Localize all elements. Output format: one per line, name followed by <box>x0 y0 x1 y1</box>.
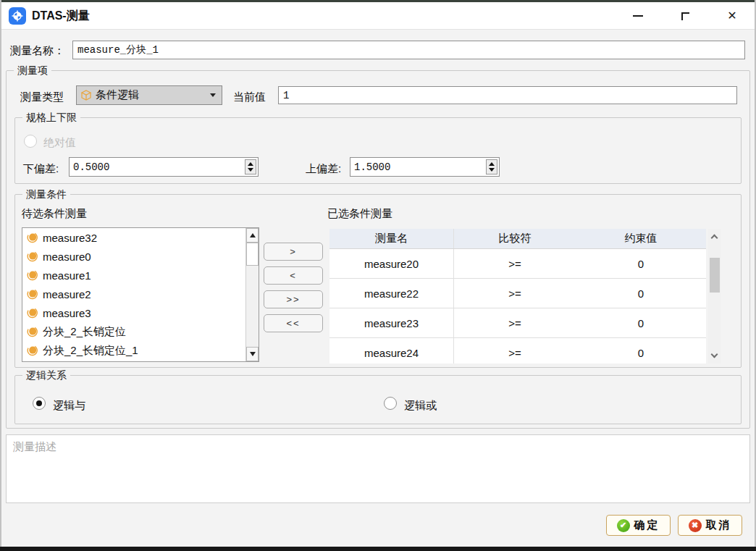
list-item-label: measure3 <box>43 307 91 319</box>
candidate-measure-list: measure32 measure0 measure1 measure2 mea… <box>22 227 259 362</box>
cell-constraint-value: 0 <box>576 279 706 308</box>
table-header-row: 测量名 比较符 约束值 <box>329 229 706 249</box>
cell-constraint-value: 0 <box>576 249 706 278</box>
minimize-button[interactable] <box>625 5 651 27</box>
close-button[interactable]: ✕ <box>719 5 745 27</box>
check-circle-icon: ✔ <box>617 519 630 532</box>
upper-deviation-input[interactable] <box>350 158 484 176</box>
absolute-value-label: 绝对值 <box>43 136 76 150</box>
upper-deviation-spinner[interactable] <box>350 157 500 177</box>
list-item-label: 分块_2_长销定位_1 <box>43 344 138 358</box>
logic-and-radio[interactable] <box>33 397 46 410</box>
cross-circle-icon: ✖ <box>689 519 702 532</box>
lower-deviation-spin-buttons[interactable] <box>245 159 256 174</box>
list-item-label: measure32 <box>43 232 97 244</box>
move-left-button[interactable]: < <box>264 266 323 285</box>
close-icon: ✕ <box>727 10 736 22</box>
cell-comparator: >= <box>454 308 576 337</box>
list-item-label: measure1 <box>43 269 91 282</box>
spin-down-icon <box>489 168 495 172</box>
scroll-down-icon <box>250 352 256 356</box>
measure-type-label: 测量类型 <box>20 91 64 104</box>
list-item-label: measure0 <box>43 251 91 263</box>
spin-up-icon <box>489 162 495 166</box>
cell-constraint-value: 0 <box>576 308 706 337</box>
measure-bullet-icon <box>26 251 38 263</box>
measure-name-input[interactable] <box>72 41 745 59</box>
cancel-button[interactable]: ✖ 取消 <box>678 515 742 536</box>
candidate-list-label: 待选条件测量 <box>22 207 87 221</box>
ok-button[interactable]: ✔ 确定 <box>606 515 671 536</box>
scroll-up-icon <box>711 235 718 242</box>
scroll-down-button[interactable] <box>246 347 259 361</box>
logic-relation-group: 逻辑关系 <box>14 375 742 424</box>
window-border-left <box>0 0 1 551</box>
cell-comparator: >= <box>454 338 576 363</box>
absolute-value-radio <box>24 135 37 148</box>
list-item[interactable]: 分块_2_长销定位_1 <box>22 341 245 360</box>
lower-deviation-label: 下偏差: <box>23 162 59 176</box>
current-value-input[interactable] <box>278 86 737 104</box>
list-item-label: 分块_2_长销定位 <box>43 325 126 339</box>
measure-description-textarea[interactable] <box>6 434 750 503</box>
minimize-icon <box>633 15 643 17</box>
measure-type-select[interactable]: 条件逻辑 <box>76 85 222 105</box>
current-value-label: 当前值 <box>233 91 266 104</box>
maximize-icon <box>681 12 689 20</box>
table-row[interactable]: measure23 >= 0 <box>329 308 706 338</box>
list-item[interactable]: measure0 <box>22 247 245 266</box>
measure-name-label: 测量名称： <box>10 44 64 58</box>
cancel-button-label: 取消 <box>706 518 732 532</box>
list-item[interactable]: measure32 <box>22 228 245 247</box>
list-item[interactable]: measure1 <box>22 266 245 285</box>
scrollbar-thumb[interactable] <box>710 258 720 293</box>
spec-limits-group-title: 规格上下限 <box>22 112 80 125</box>
chevron-down-icon <box>210 93 216 97</box>
list-item[interactable]: measure2 <box>22 285 245 303</box>
logic-or-label: 逻辑或 <box>404 399 437 413</box>
cell-constraint-value: 0 <box>576 338 706 363</box>
selected-table-scrollbar[interactable] <box>708 229 721 363</box>
scroll-up-button[interactable] <box>246 228 259 243</box>
table-header-name: 测量名 <box>329 229 454 248</box>
table-row[interactable]: measure20 >= 0 <box>329 249 706 279</box>
table-row[interactable]: measure24 >= 0 <box>329 338 706 363</box>
selected-conditions-table: 测量名 比较符 约束值 measure20 >= 0 measure22 >= … <box>329 229 706 363</box>
lower-deviation-input[interactable] <box>70 158 243 176</box>
cell-measure-name: measure23 <box>329 308 454 337</box>
measure-bullet-icon <box>26 288 38 300</box>
titlebar[interactable]: DTAS-测量 ✕ <box>1 2 755 30</box>
move-all-left-button[interactable]: << <box>264 314 323 332</box>
list-item[interactable]: 分块_2_长销定位 <box>22 322 245 341</box>
move-right-button[interactable]: > <box>264 243 323 261</box>
selected-table-label: 已选条件测量 <box>327 207 392 221</box>
dialog-window: DTAS-测量 ✕ 测量名称： 测量项 测量类型 条件逻辑 当前值 规格 <box>0 0 756 551</box>
table-header-constraint: 约束值 <box>576 229 706 248</box>
measure-bullet-icon <box>26 326 38 338</box>
maximize-button[interactable] <box>672 5 698 27</box>
scroll-down-icon <box>711 351 718 358</box>
condition-logic-icon <box>80 89 93 102</box>
logic-or-radio[interactable] <box>384 397 397 410</box>
cell-comparator: >= <box>454 279 576 308</box>
spin-up-icon <box>248 162 253 166</box>
scroll-up-icon <box>250 233 256 237</box>
candidate-list-scrollbar[interactable] <box>245 228 259 361</box>
measure-conditions-group-title: 测量条件 <box>22 188 70 201</box>
table-row[interactable]: measure22 >= 0 <box>329 279 706 308</box>
move-all-right-button[interactable]: >> <box>264 290 323 308</box>
table-header-comparator: 比较符 <box>454 229 576 248</box>
cell-measure-name: measure24 <box>329 338 454 363</box>
upper-deviation-spin-buttons[interactable] <box>486 159 497 174</box>
spin-down-icon <box>248 168 253 172</box>
ok-button-label: 确定 <box>634 518 660 532</box>
scrollbar-thumb[interactable] <box>246 243 259 266</box>
measure-bullet-icon <box>26 307 38 319</box>
upper-deviation-label: 上偏差: <box>306 162 341 176</box>
app-icon <box>9 7 26 25</box>
measure-type-value: 条件逻辑 <box>96 88 207 102</box>
lower-deviation-spinner[interactable] <box>69 157 259 177</box>
logic-and-label: 逻辑与 <box>53 399 85 413</box>
list-item[interactable]: measure3 <box>22 303 245 322</box>
logic-relation-group-title: 逻辑关系 <box>22 369 70 382</box>
